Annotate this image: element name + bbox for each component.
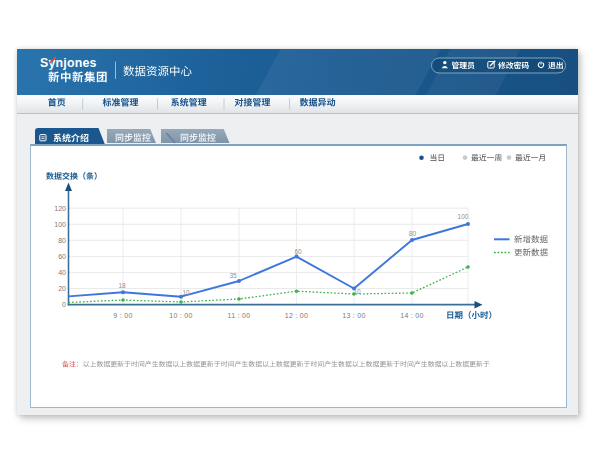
svg-text:60: 60: [294, 248, 302, 255]
svg-text:0: 0: [62, 301, 66, 308]
svg-text:35: 35: [229, 272, 237, 279]
svg-text:20: 20: [58, 285, 66, 292]
svg-text:60: 60: [58, 253, 66, 260]
svg-text:10: 10: [182, 289, 190, 296]
svg-text:9 : 00: 9 : 00: [113, 312, 132, 319]
svg-text:Synjones: Synjones: [40, 56, 97, 70]
svg-text:13 : 00: 13 : 00: [342, 312, 366, 319]
svg-text:14 : 00: 14 : 00: [400, 312, 424, 319]
svg-text:100: 100: [54, 221, 66, 228]
svg-text:100: 100: [458, 213, 469, 220]
svg-text:11 : 00: 11 : 00: [228, 312, 251, 319]
svg-text:10: 10: [353, 288, 361, 295]
svg-text:40: 40: [58, 269, 66, 276]
svg-text:80: 80: [409, 230, 417, 237]
svg-text:80: 80: [58, 237, 66, 244]
svg-text:18: 18: [118, 282, 126, 289]
svg-text:12 : 00: 12 : 00: [285, 312, 309, 319]
svg-text:10 : 00: 10 : 00: [169, 312, 193, 319]
svg-text:120: 120: [54, 205, 66, 212]
